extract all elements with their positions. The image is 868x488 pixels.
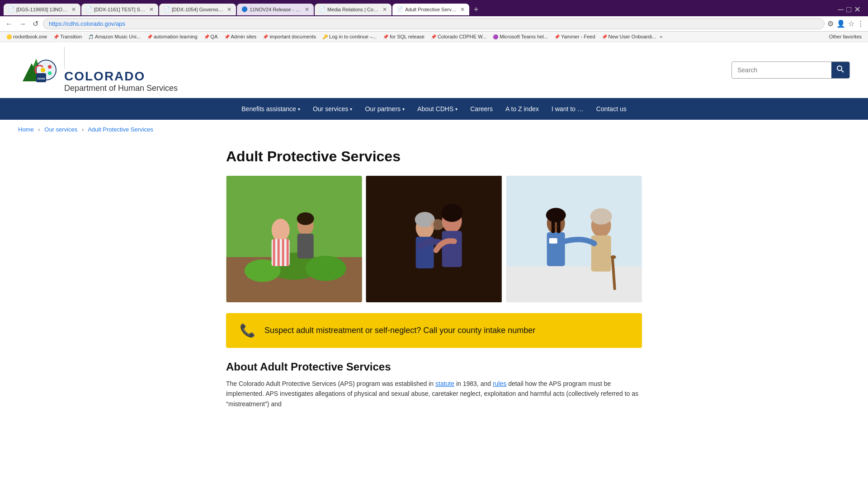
main-nav: Benefits assistance ▾ Our services ▾ Our… bbox=[0, 98, 868, 120]
nav-label-partners: Our partners bbox=[365, 105, 401, 113]
address-bar[interactable]: https://cdhs.colorado.gov/aps bbox=[43, 18, 825, 29]
bookmark-label-qa: QA bbox=[211, 34, 218, 39]
phone-icon: 📞 bbox=[240, 323, 255, 338]
bookmark-amazon[interactable]: 🎵 Amazon Music Uni... bbox=[85, 33, 143, 40]
bookmark-transition[interactable]: 📌 Transition bbox=[51, 33, 85, 40]
bookmark-login[interactable]: 🔑 Log in to continue –... bbox=[320, 33, 379, 40]
breadcrumb-home[interactable]: Home bbox=[18, 126, 34, 133]
site-header: CDHS COLORADO Department of Human Servic… bbox=[0, 42, 868, 98]
svg-rect-18 bbox=[273, 239, 275, 266]
bookmark-yammer[interactable]: 📌 Yammer - Feed bbox=[552, 33, 598, 40]
nav-link-about[interactable]: About CDHS ▾ bbox=[411, 98, 464, 120]
nav-link-partners[interactable]: Our partners ▾ bbox=[359, 98, 411, 120]
nav-link-iwant[interactable]: I want to … bbox=[545, 98, 590, 120]
statute-link[interactable]: statute bbox=[435, 380, 454, 387]
image-garden bbox=[226, 176, 362, 302]
minimize-button[interactable]: ─ bbox=[838, 5, 844, 14]
breadcrumb-aps[interactable]: Adult Protective Services bbox=[88, 126, 153, 133]
other-favorites-button[interactable]: Other favorites bbox=[826, 33, 864, 40]
nav-item-benefits[interactable]: Benefits assistance ▾ bbox=[235, 98, 307, 120]
image-nurse bbox=[506, 176, 642, 302]
nav-link-careers[interactable]: Careers bbox=[464, 98, 499, 120]
bookmark-icon-onboard: 📌 bbox=[602, 34, 607, 39]
profile-icon[interactable]: 👤 bbox=[836, 19, 845, 28]
tab-favicon-1: 📄 bbox=[8, 6, 14, 13]
svg-point-8 bbox=[48, 71, 52, 75]
extensions-icon[interactable]: ⚙ bbox=[827, 19, 834, 28]
nav-item-services[interactable]: Our services ▾ bbox=[307, 98, 359, 120]
bookmark-label-onboard: New User Onboardi... bbox=[609, 34, 656, 39]
tab-close-2[interactable]: ✕ bbox=[149, 6, 154, 13]
tab-close-5[interactable]: ✕ bbox=[382, 6, 387, 13]
svg-point-33 bbox=[431, 219, 444, 230]
site-state-title: COLORADO bbox=[64, 69, 178, 84]
reload-button[interactable]: ↺ bbox=[31, 19, 40, 29]
forward-button[interactable]: → bbox=[17, 19, 28, 29]
tab-6[interactable]: 📄 Adult Protective Services | Colo... ✕ bbox=[392, 4, 469, 15]
tab-2[interactable]: 📄 [DDX-1161] TEST] Squished whi... ✕ bbox=[81, 4, 158, 15]
new-tab-button[interactable]: + bbox=[470, 3, 482, 16]
nav-link-atoz[interactable]: A to Z index bbox=[499, 98, 545, 120]
nav-link-contact[interactable]: Contact us bbox=[590, 98, 633, 120]
nav-item-atoz[interactable]: A to Z index bbox=[499, 98, 545, 120]
maximize-button[interactable]: □ bbox=[846, 5, 851, 14]
bookmark-icon-teams: 🟣 bbox=[493, 34, 498, 39]
svg-point-16 bbox=[272, 219, 290, 241]
svg-point-40 bbox=[610, 255, 616, 259]
settings-icon[interactable]: ⋮ bbox=[857, 19, 864, 28]
logo-graphic: CDHS bbox=[18, 54, 59, 86]
bookmark-star-icon[interactable]: ☆ bbox=[848, 19, 854, 28]
nav-link-services[interactable]: Our services ▾ bbox=[307, 98, 359, 120]
call-banner[interactable]: 📞 Suspect adult mistreatment or self-neg… bbox=[226, 313, 642, 348]
svg-rect-35 bbox=[506, 266, 642, 302]
nav-link-benefits[interactable]: Benefits assistance ▾ bbox=[235, 98, 307, 120]
nav-item-partners[interactable]: Our partners ▾ bbox=[359, 98, 411, 120]
nav-label-iwant: I want to … bbox=[552, 105, 584, 113]
nav-item-careers[interactable]: Careers bbox=[464, 98, 499, 120]
bookmark-label-login: Log in to continue –... bbox=[329, 34, 377, 39]
svg-point-7 bbox=[48, 65, 52, 69]
close-window-button[interactable]: ✕ bbox=[854, 5, 861, 14]
bookmark-automation[interactable]: 📌 automation learning bbox=[144, 33, 200, 40]
tab-5[interactable]: 📄 Media Relations | Colorado Bure... ✕ bbox=[315, 4, 392, 15]
tab-favicon-4: 🔵 bbox=[241, 6, 248, 13]
bookmark-icon-transition: 📌 bbox=[53, 34, 59, 39]
nav-arrow-about: ▾ bbox=[455, 107, 458, 112]
nav-label-services: Our services bbox=[313, 105, 349, 113]
bookmark-icon-yammer: 📌 bbox=[554, 34, 560, 39]
nav-item-contact[interactable]: Contact us bbox=[590, 98, 633, 120]
bookmark-important[interactable]: 📌 important documents bbox=[260, 33, 319, 40]
bookmark-label-automation: automation learning bbox=[154, 34, 198, 39]
rules-link[interactable]: rules bbox=[493, 380, 506, 387]
breadcrumb-our-services[interactable]: Our services bbox=[44, 126, 77, 133]
tab-close-4[interactable]: ✕ bbox=[305, 6, 309, 13]
bookmark-sql[interactable]: 📌 for SQL release bbox=[380, 33, 427, 40]
back-button[interactable]: ← bbox=[4, 19, 14, 29]
tab-3[interactable]: 📄 [DDX-1054] Governor | Drupal Co... ✕ bbox=[159, 4, 236, 15]
call-banner-text: Suspect adult mistreatment or self-negle… bbox=[264, 326, 535, 335]
nav-item-iwant[interactable]: I want to … bbox=[545, 98, 590, 120]
tab-close-1[interactable]: ✕ bbox=[71, 6, 76, 13]
search-input[interactable] bbox=[732, 63, 831, 77]
bookmark-label-yammer: Yammer - Feed bbox=[561, 34, 595, 39]
bookmark-admin[interactable]: 📌 Admin sites bbox=[222, 33, 259, 40]
tab-close-3[interactable]: ✕ bbox=[227, 6, 231, 13]
bookmark-qa[interactable]: 📌 QA bbox=[201, 33, 221, 40]
tab-1[interactable]: 📄 [DGS-119693] 13NOV24 Drupal/... ✕ bbox=[4, 4, 80, 15]
search-box bbox=[731, 61, 850, 79]
tab-close-6[interactable]: ✕ bbox=[460, 6, 465, 13]
nav-item-about[interactable]: About CDHS ▾ bbox=[411, 98, 464, 120]
bookmark-teams[interactable]: 🟣 Microsoft Teams hel... bbox=[490, 33, 551, 40]
search-button[interactable] bbox=[831, 62, 849, 78]
bookmark-onboard[interactable]: 📌 New User Onboardi... bbox=[599, 33, 659, 40]
breadcrumb-sep-1: › bbox=[38, 126, 40, 133]
tab-label-6: Adult Protective Services | Colo... bbox=[405, 7, 457, 12]
bookmark-cdphe[interactable]: 📌 Colorado CDPHE W... bbox=[428, 33, 489, 40]
svg-rect-28 bbox=[442, 231, 462, 267]
site-logo[interactable]: CDHS COLORADO Department of Human Servic… bbox=[18, 47, 178, 93]
website: CDHS COLORADO Department of Human Servic… bbox=[0, 42, 868, 427]
bookmark-rocketbook[interactable]: 🟡 rocketbook.one bbox=[4, 33, 50, 40]
about-section: About Adult Protective Services The Colo… bbox=[226, 361, 642, 409]
bookmark-label-teams: Microsoft Teams hel... bbox=[500, 34, 548, 39]
tab-4[interactable]: 🔵 11NOV24 Release - Drupal DX b... ✕ bbox=[237, 4, 314, 15]
